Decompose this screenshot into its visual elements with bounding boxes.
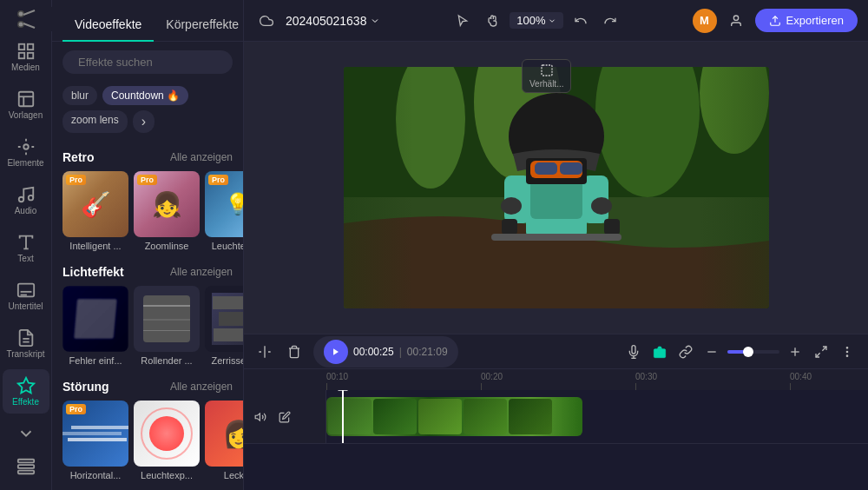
effect-leck[interactable]: 👩 Leck 1 — [205, 401, 243, 480]
timeline-track-area[interactable]: 00:10 00:20 00:30 00:40 — [244, 369, 868, 490]
zoom-control[interactable]: 100% — [510, 12, 562, 29]
track-volume-button[interactable] — [251, 407, 270, 427]
sidebar-settings[interactable] — [3, 450, 49, 483]
effect-zoomlinse[interactable]: Pro 👧 Zoomlinse — [134, 171, 200, 251]
sidebar-item-transkript[interactable]: Transkript — [3, 321, 49, 366]
effect-intelligent-thumb: Pro 🎸 — [62, 171, 128, 237]
minus-icon — [705, 345, 719, 359]
section-lichteffekt-grid: Pro Fehler einf... — [62, 286, 233, 366]
toolbar-left: 202405021638 — [254, 10, 380, 31]
effect-leuchtend[interactable]: Pro 💡 Leuchtend... — [205, 171, 243, 251]
search-input[interactable] — [78, 56, 224, 69]
zoom-out-button[interactable] — [701, 341, 722, 362]
effect-intelligent[interactable]: Pro 🎸 Intelligent ... — [62, 171, 128, 251]
play-button[interactable] — [324, 340, 348, 364]
sidebar-item-text[interactable]: Text — [3, 226, 49, 270]
camera-icon — [653, 345, 667, 359]
track-content-video — [326, 390, 868, 443]
sidebar-item-untertitel[interactable]: Untertitel — [3, 274, 49, 318]
svg-rect-6 — [18, 44, 23, 50]
ruler-mark-2: 00:30 — [635, 372, 713, 390]
more-icon — [840, 345, 854, 359]
hand-tool-button[interactable] — [480, 10, 504, 31]
filter-countdown[interactable]: Countdown 🔥 — [102, 86, 188, 105]
export-button[interactable]: Exportieren — [755, 9, 858, 32]
link-button[interactable] — [675, 341, 696, 362]
effect-intelligent-label: Intelligent ... — [62, 241, 128, 251]
transkript-icon — [16, 328, 36, 348]
fullscreen-button[interactable] — [811, 341, 832, 362]
section-stoerung-title: Störung — [62, 380, 109, 394]
section-stoerung-show-all[interactable]: Alle anzeigen — [170, 381, 233, 393]
effects-tabs: Videoeffekte Körpereffekte — [52, 0, 243, 42]
track-controls-video — [244, 390, 326, 443]
select-tool-button[interactable] — [450, 10, 475, 31]
sidebar-item-medien[interactable]: Medien — [3, 35, 49, 79]
filter-blur[interactable]: blur — [62, 86, 97, 105]
plus-icon — [788, 345, 802, 359]
effect-leuchtexp-thumb — [134, 401, 200, 467]
cloud-save-button[interactable] — [254, 10, 279, 31]
export-icon — [769, 15, 781, 27]
svg-rect-24 — [17, 471, 33, 474]
redo-button[interactable] — [598, 10, 622, 31]
tab-koerpereffekte[interactable]: Körpereffekte — [154, 9, 244, 42]
effect-zerrissen[interactable]: Zerrissene... — [205, 286, 243, 366]
svg-line-2 — [23, 10, 35, 15]
sidebar-item-audio[interactable]: Audio — [3, 178, 49, 222]
logo — [0, 7, 52, 31]
effect-leuchtexp[interactable]: Leuchtexp... — [134, 401, 200, 480]
main-area: 202405021638 100% M — [244, 0, 868, 490]
filter-zoomlens[interactable]: zoom lens — [62, 110, 128, 133]
track-edit-button[interactable] — [275, 407, 294, 427]
app-logo-icon — [14, 7, 38, 31]
user-profile-button[interactable] — [724, 10, 748, 31]
svg-rect-40 — [502, 219, 517, 235]
svg-point-43 — [591, 197, 612, 215]
zoom-slider[interactable] — [727, 350, 779, 354]
svg-rect-44 — [491, 234, 621, 241]
zoom-in-button[interactable] — [785, 341, 806, 362]
grid-icon — [16, 42, 36, 61]
svg-point-57 — [658, 351, 661, 354]
more-options-button[interactable] — [837, 341, 858, 362]
section-lichteffekt-title: Lichteffekt — [62, 265, 124, 279]
svg-rect-8 — [18, 53, 23, 58]
toolbar-right: M Exportieren — [693, 9, 858, 33]
delete-button[interactable] — [284, 341, 305, 362]
pro-badge: Pro — [66, 175, 86, 185]
effect-horizontal[interactable]: Pro Horizontal... — [62, 401, 128, 480]
track-row-video — [244, 390, 868, 444]
clip-frame-3 — [418, 399, 462, 434]
undo-button[interactable] — [569, 10, 593, 31]
section-retro-show-all[interactable]: Alle anzeigen — [170, 151, 233, 163]
effect-fehler[interactable]: Pro Fehler einf... — [62, 286, 128, 366]
svg-marker-53 — [333, 348, 339, 355]
tab-videoeffekte[interactable]: Videoeffekte — [62, 9, 154, 42]
svg-rect-29 — [542, 65, 552, 76]
split-clip-button[interactable] — [254, 341, 275, 362]
sidebar-bottom-more[interactable] — [3, 417, 49, 450]
camera-button[interactable] — [649, 341, 670, 362]
sidebar-item-effekte[interactable]: Effekte — [3, 369, 49, 414]
svg-rect-50 — [344, 67, 413, 308]
video-clip[interactable] — [326, 397, 582, 436]
ruler-mark-0: 00:10 — [326, 372, 404, 390]
section-lichteffekt-show-all[interactable]: Alle anzeigen — [170, 266, 233, 278]
sidebar-item-vorlagen[interactable]: Vorlagen — [3, 83, 49, 127]
filter-more[interactable]: › — [133, 110, 155, 133]
svg-marker-66 — [255, 413, 260, 420]
svg-line-3 — [23, 23, 35, 28]
redo-icon — [603, 14, 617, 28]
sidebar-item-elemente[interactable]: Elemente — [3, 130, 49, 175]
search-bar — [62, 50, 233, 74]
svg-rect-22 — [17, 460, 33, 463]
ratio-button[interactable]: Verhält... — [522, 59, 571, 93]
toolbar-center: 100% — [450, 10, 621, 31]
project-name[interactable]: 202405021638 — [286, 14, 380, 28]
effect-rollend[interactable]: Rollender ... — [134, 286, 200, 366]
microphone-button[interactable] — [623, 341, 644, 362]
svg-point-27 — [733, 16, 738, 20]
person-icon — [729, 14, 743, 28]
subtitle-icon — [16, 281, 36, 300]
